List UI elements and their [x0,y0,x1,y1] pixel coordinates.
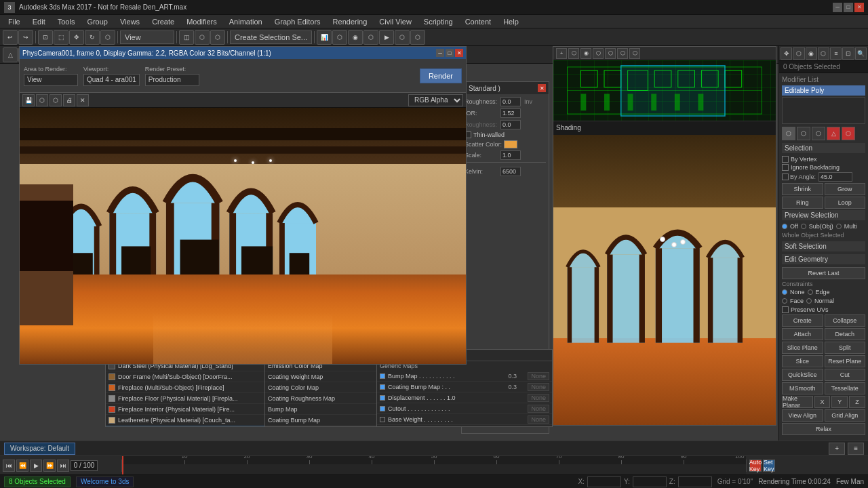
slice-plane-btn[interactable]: Slice Plane [782,342,823,354]
auto-key-btn[interactable]: Auto Key [749,460,762,472]
relax-btn[interactable]: Relax [782,423,865,435]
scale-btn[interactable]: ⬡ [100,30,115,45]
map2-cutout-none[interactable]: None [528,405,549,413]
rp-btn3[interactable]: ◉ [806,47,817,60]
tl-prev-btn[interactable]: ⏪ [16,460,28,472]
split-btn[interactable]: Split [825,342,866,354]
ior-input[interactable] [500,108,521,118]
by-vertex-check[interactable] [782,156,789,163]
tessellate-btn[interactable]: Tessellate [825,382,866,394]
select-btn[interactable]: ⊡ [38,30,53,45]
rp-btn1[interactable]: ✥ [781,47,792,60]
map2-base-none[interactable]: None [528,415,549,424]
timeline-playhead[interactable] [122,456,123,474]
edge-btn[interactable]: ⬡ [797,127,810,140]
make-planar-btn[interactable]: Make Planar [782,396,813,408]
menu-create[interactable]: Create [146,16,180,27]
map2-cutout-check[interactable] [380,406,385,411]
viewport-select[interactable]: Quad 4 - ara001 [83,74,140,86]
tl-start-btn[interactable]: ⏮ [3,460,15,472]
tl-next-btn[interactable]: ⏩ [43,460,56,472]
constraint-none-radio[interactable] [782,289,787,295]
ignore-backfacing-check[interactable] [782,164,789,171]
move-btn[interactable]: ✥ [69,30,84,45]
rp-btn7[interactable]: 🔍 [855,47,867,60]
create-btn[interactable]: Create [782,314,823,327]
preview-off-radio[interactable] [782,224,787,229]
rotate-btn[interactable]: ↻ [85,30,100,45]
render-copy-btn[interactable]: ⬡ [36,94,48,106]
redo-btn[interactable]: ↪ [18,30,33,45]
y-btn[interactable]: Y [831,396,848,408]
menu-animation[interactable]: Animation [224,16,268,27]
area-select[interactable]: View [24,74,78,86]
rp-btn5[interactable]: ≡ [830,47,842,60]
align-btn[interactable]: ⬡ [210,30,225,45]
vp-btn1[interactable]: + [556,48,567,59]
polygon-btn[interactable]: △ [827,127,840,140]
material-editor-btn[interactable]: ◉ [348,30,363,45]
menu-civil-view[interactable]: Civil View [374,16,416,27]
close-button[interactable]: ✕ [854,3,864,12]
menu-edit[interactable]: Edit [27,16,51,27]
render-print-btn[interactable]: 🖨 [63,94,75,106]
vp-btn7[interactable]: ⬡ [629,48,640,59]
map2-base-check[interactable] [380,417,385,422]
menu-file[interactable]: File [3,16,26,27]
rp-btn6[interactable]: ⊡ [842,47,854,60]
preview-selection-section[interactable]: Preview Selection [782,210,865,220]
kelvin-input[interactable] [500,167,521,176]
schematic-btn[interactable]: ⬡ [332,30,347,45]
scale-input[interactable] [500,150,521,160]
mirror-btn[interactable]: ⬡ [195,30,210,45]
tl-play-btn[interactable]: ▶ [30,460,42,472]
vp-btn6[interactable]: ⬡ [617,48,628,59]
rp-btn2[interactable]: ⬡ [793,47,804,60]
detach-btn[interactable]: Detach [825,328,866,340]
cut-btn[interactable]: Cut [825,369,866,381]
edit-geometry-section[interactable]: Edit Geometry [782,254,865,264]
editable-poly-item[interactable]: Editable Poly [782,85,865,96]
scatter-color-swatch[interactable] [504,140,517,148]
preview-subobj-radio[interactable] [801,224,806,229]
roughness2-input[interactable] [500,120,521,129]
map2-bump-check[interactable] [380,373,385,379]
rp-btn4[interactable]: ⬡ [818,47,829,60]
menu-graph-editors[interactable]: Graph Editors [269,16,326,27]
render-win-minimize[interactable]: ─ [436,49,444,57]
selection-section[interactable]: Selection [782,143,865,153]
channel-select[interactable]: RGB Alpha [408,94,463,106]
attach-btn[interactable]: Attach [782,328,823,340]
ring-btn[interactable]: Ring [782,197,823,209]
render-clear-btn[interactable]: ✕ [77,94,89,106]
vertex-btn[interactable]: ⬡ [782,127,795,140]
constraint-edge-radio[interactable] [808,289,813,295]
vp-btn3[interactable]: ◉ [580,48,591,59]
graph-editor-btn[interactable]: 📊 [317,30,332,45]
z-btn[interactable]: Z [849,396,865,408]
preset-select[interactable]: Production [145,74,199,86]
map2-coating-bump-none[interactable]: None [528,383,549,391]
create-selection[interactable]: Create Selection Se... [230,30,312,44]
by-angle-check[interactable] [782,174,789,180]
workspace-add-btn[interactable]: + [829,443,845,455]
render-setup-btn[interactable]: ⬡ [363,30,378,45]
select-region-btn[interactable]: ⬚ [54,30,68,45]
menu-scripting[interactable]: Scripting [418,16,458,27]
revert-last-btn[interactable]: Revert Last [782,267,865,279]
workspace-menu-btn[interactable]: ≡ [848,443,864,455]
active-shade-btn[interactable]: ⬡ [410,30,425,45]
timeline-track[interactable]: 0 10 20 30 40 50 60 70 80 90 100 [122,456,746,474]
border-btn[interactable]: ⬡ [812,127,825,140]
quickslice-btn[interactable]: QuickSlice [782,369,823,381]
soft-selection-section[interactable]: Soft Selection [782,241,865,251]
constraint-normal-radio[interactable] [806,298,812,304]
vp-btn5[interactable]: ⬡ [605,48,616,59]
menu-modifiers[interactable]: Modifiers [181,16,222,27]
map2-displace-check[interactable] [380,395,385,401]
menu-tools[interactable]: Tools [52,16,81,27]
reference-coord[interactable]: View [120,30,174,44]
workspace-default-btn[interactable]: Workspace: Default [4,443,75,455]
set-key-btn[interactable]: Set Key [763,460,775,472]
menu-help[interactable]: Help [498,16,524,27]
